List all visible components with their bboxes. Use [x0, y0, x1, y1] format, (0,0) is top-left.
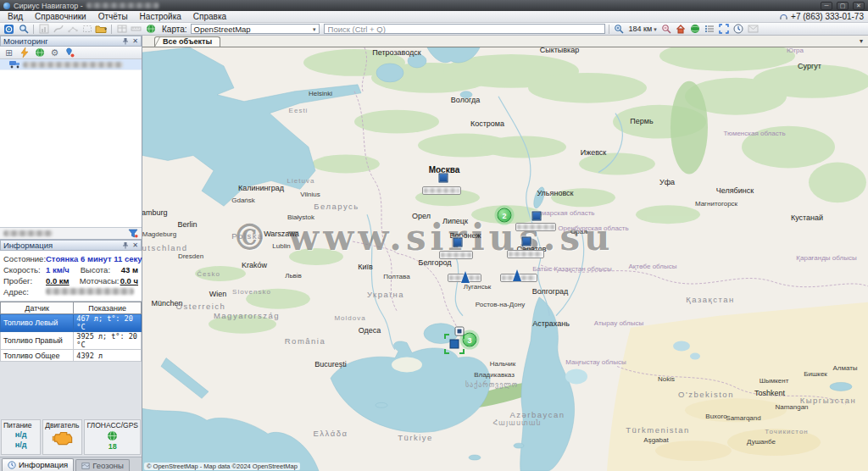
cluster-marker[interactable]: 3: [463, 333, 477, 347]
selected-vehicle-marker[interactable]: [444, 334, 465, 354]
map-base-layer: [142, 47, 868, 471]
menu-bar: ВидСправочникиОтчётыНастройкаСправка +7 …: [0, 11, 868, 23]
tree-item-vehicle[interactable]: [0, 59, 142, 70]
vehicle-marker[interactable]: [532, 212, 542, 221]
engine-hours-value[interactable]: 0.0 ч: [120, 276, 138, 285]
vehicle-label-plate[interactable]: [439, 251, 473, 259]
vehicle-marker[interactable]: [522, 237, 531, 247]
settings-gear-icon[interactable]: ⚙: [49, 47, 60, 58]
monitoring-tree: [0, 59, 142, 227]
track-points-icon: [66, 24, 79, 35]
window-title: Сириус Навигатор -: [14, 2, 83, 10]
map-provider-select[interactable]: OpenStreetMap ▾: [191, 24, 320, 34]
tab-list-caret-icon[interactable]: ▾: [860, 37, 863, 45]
history-clock-icon[interactable]: [732, 24, 745, 35]
tab-geozones[interactable]: Геозоны: [75, 459, 130, 471]
gps-globe-icon: [107, 430, 118, 441]
sensor-row[interactable]: Топливо Левый 467 л; t°: 20 °C: [1, 314, 142, 332]
map-canvas[interactable]: © www.sirius.su ПетрозаводскСыктывкарHel…: [142, 47, 868, 471]
zoom-out-icon[interactable]: [660, 24, 673, 35]
expand-all-icon[interactable]: ⊞: [3, 47, 14, 58]
map-scale-dropdown[interactable]: 184 км ▾: [627, 25, 659, 33]
sensor-value: 467 л; t°: 20 °C: [74, 314, 142, 332]
menu-item[interactable]: Справка: [187, 12, 232, 21]
monitoring-icon[interactable]: [3, 24, 15, 35]
route-icon[interactable]: [64, 47, 75, 58]
moving-vehicle-marker[interactable]: [461, 261, 473, 274]
speed-label: Скорость:: [3, 265, 46, 274]
legend-icon[interactable]: [704, 24, 716, 35]
vehicle-label-plate[interactable]: [515, 223, 556, 231]
monitoring-panel-title: Мониторинг: [3, 36, 48, 46]
zoom-in-icon[interactable]: [613, 24, 626, 35]
power-label: Питание: [3, 421, 32, 429]
close-icon[interactable]: ✕: [132, 37, 138, 45]
marker-badge[interactable]: [455, 327, 465, 336]
footer-text-redacted: [3, 230, 53, 236]
moving-vehicle-marker[interactable]: [513, 259, 525, 273]
home-icon[interactable]: [675, 24, 687, 35]
tab-geozones-label: Геозоны: [92, 461, 124, 470]
track-icon: [52, 24, 64, 35]
menu-item[interactable]: Отчёты: [92, 12, 134, 21]
engine-label: Двигатель: [45, 421, 79, 429]
filter-funnel-icon[interactable]: [128, 229, 138, 238]
menu-item[interactable]: Справочники: [29, 12, 92, 21]
sensor-value: 4392 л: [74, 350, 142, 362]
map-provider-value: OpenStreetMap: [194, 25, 251, 34]
maximize-button[interactable]: ▢: [837, 2, 849, 10]
vehicle-marker[interactable]: [453, 238, 463, 247]
object-name-redacted: [86, 3, 159, 8]
vehicle-marker[interactable]: [439, 174, 448, 183]
info-panel-title: Информация: [3, 241, 53, 250]
map-label: Карта:: [162, 25, 187, 34]
tab-information[interactable]: Информация: [2, 458, 74, 471]
chevron-down-icon: ▾: [313, 26, 316, 32]
show-on-map-icon[interactable]: [34, 47, 45, 58]
tab-all-objects[interactable]: Все объекты: [154, 36, 220, 47]
quick-track-icon[interactable]: [19, 47, 30, 58]
sensor-name: Топливо Общее: [1, 350, 74, 362]
close-button[interactable]: ✕: [853, 2, 865, 10]
geozones-icon: [81, 462, 90, 470]
altitude-value: 43 м: [121, 265, 138, 274]
pin-icon[interactable]: [122, 241, 129, 249]
map-scale-value: 184 км: [629, 25, 653, 33]
vehicle-label-plate[interactable]: [422, 186, 461, 195]
world-icon[interactable]: [689, 24, 702, 35]
sensor-row[interactable]: Топливо Общее 4392 л: [1, 350, 142, 362]
gps-satellite-count: 18: [108, 442, 117, 451]
monitoring-footer: [0, 227, 142, 240]
cluster-marker[interactable]: 2: [498, 208, 512, 223]
gps-label: ГЛОНАСС/GPS: [86, 421, 138, 429]
gps-status-box: ГЛОНАСС/GPS 18: [84, 419, 141, 455]
sensors-table: Датчик Показание Топливо Левый 467 л; t°…: [0, 302, 142, 362]
messages-icon: [747, 24, 760, 35]
sensor-column-header: Датчик: [1, 302, 74, 314]
search-input[interactable]: [324, 24, 605, 34]
close-icon[interactable]: ✕: [132, 241, 138, 249]
pin-icon[interactable]: [122, 37, 129, 45]
minimize-button[interactable]: ─: [821, 2, 832, 10]
table-icon: [115, 24, 128, 35]
support-phone-number: +7 (863) 333-01-73: [791, 12, 864, 21]
address-value-redacted: [46, 288, 134, 295]
sensor-row[interactable]: Топливо Правый 3925 л; t°: 20 °C: [1, 332, 142, 350]
sensor-name: Топливо Правый: [1, 332, 74, 350]
menu-item[interactable]: Настройка: [134, 12, 187, 21]
power-value-2: н/д: [15, 441, 27, 450]
vehicle-label-plate[interactable]: [507, 250, 544, 258]
geozones-globe-icon[interactable]: [144, 24, 157, 35]
mileage-value[interactable]: 0.0 км: [46, 276, 80, 285]
monitoring-panel-header: Мониторинг ✕: [0, 36, 142, 47]
layers-dropdown-icon[interactable]: [95, 24, 108, 35]
state-value: Стоянка 6 минут 11 секунд: [46, 254, 152, 263]
info-panel-header: Информация ✕: [0, 240, 142, 251]
altitude-label: Высота:: [81, 265, 121, 274]
sensor-rows: Топливо Левый 467 л; t°: 20 °C Топливо П…: [1, 314, 142, 362]
engine-icon: [52, 430, 74, 446]
search-track-icon[interactable]: [17, 24, 30, 35]
chevron-down-icon: ▾: [654, 26, 657, 32]
menu-item[interactable]: Вид: [2, 12, 29, 21]
fit-bounds-icon[interactable]: [718, 24, 731, 35]
